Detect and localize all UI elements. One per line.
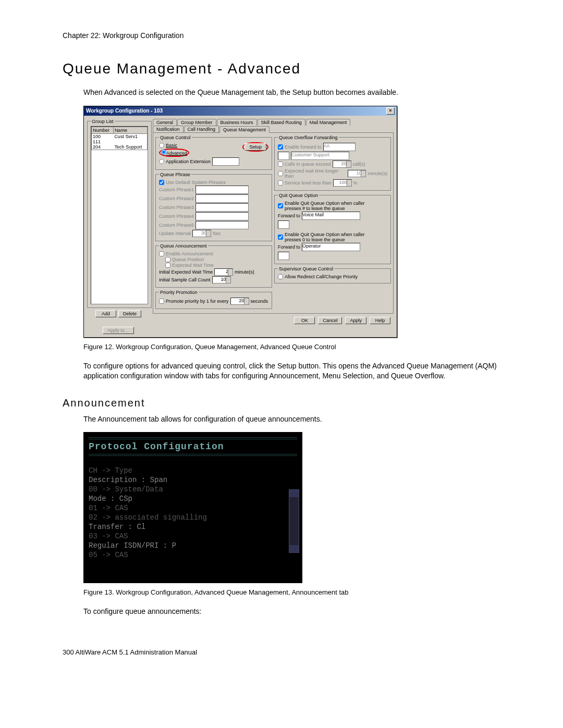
workgroup-config-dialog: Workgroup Configuration - 103 × Group Li… (83, 106, 397, 338)
quit-queue-legend: Quit Queue Option (278, 193, 319, 198)
queue-announcement-fieldset: Queue Announcement Enable Announcement Q… (155, 243, 272, 288)
fwd1-num-combo[interactable] (278, 220, 289, 229)
fig2-scrollbar (289, 489, 299, 553)
supervisor-allow-check[interactable] (278, 274, 283, 279)
ovf-wait-spin[interactable]: 10 (348, 170, 366, 177)
cancel-button[interactable]: Cancel (318, 317, 342, 324)
radio-basic[interactable] (159, 143, 164, 148)
fig2-line: CH -> Type (89, 466, 297, 475)
queue-phrase-legend: Queue Phrase (159, 172, 191, 177)
group-list[interactable]: Number Name 100Cust Serv1 111 204Tech Su… (91, 126, 148, 304)
fig2-line: 03 -> CAS (89, 532, 297, 540)
tab-group-member[interactable]: Group Member (177, 119, 216, 126)
intro-paragraph: When Advanced is selected on the Queue M… (83, 88, 500, 98)
overflow-fieldset: Queue Overflow Forwarding Enable forward… (274, 135, 391, 191)
fwd1-label: Forward to (278, 213, 300, 218)
phrase1-label: Custom Phrase1 (159, 187, 194, 192)
overflow-num-combo[interactable] (278, 152, 289, 160)
table-row[interactable]: 100Cust Serv1 (92, 133, 148, 139)
init-wait-label: Initial Expected Wait Time (159, 269, 213, 275)
enable-announcement-check[interactable] (159, 251, 164, 256)
page-title: Queue Management - Advanced (63, 60, 500, 77)
figure-13-caption: Figure 13. Workgroup Configuration, Adva… (83, 588, 500, 596)
announcement-heading: Announcement (63, 397, 500, 409)
overflow-target1-combo[interactable]: AA (323, 143, 356, 151)
paragraph-2: To configure options for advanced queuin… (83, 361, 500, 381)
fig2-line: Description : Span (89, 476, 297, 484)
ovf-wait-check[interactable] (278, 171, 283, 176)
quit-queue-fieldset: Quit Queue Option Enable Quit Queue Opti… (274, 193, 391, 264)
phrase4-combo[interactable] (195, 212, 249, 220)
chapter-header: Chapter 22: Workgroup Configuration (63, 31, 500, 40)
quit-cb2-check[interactable] (278, 235, 283, 240)
overflow-enable-check[interactable] (278, 144, 283, 150)
tabs-row-2: Notification Call Handling Queue Managem… (153, 126, 394, 132)
tab-notification[interactable]: Notification (153, 126, 183, 132)
radio-app-ext[interactable] (159, 159, 164, 164)
supervisor-fieldset: Supervisor Queue Control Allow Redirect … (274, 266, 391, 283)
fwd1-combo[interactable]: Voice Mail (302, 212, 360, 220)
delete-button[interactable]: Delete (118, 310, 141, 317)
phrase1-combo[interactable] (195, 186, 249, 194)
fwd2-label: Forward to (278, 244, 300, 250)
fwd2-num-combo[interactable] (278, 252, 289, 260)
tab-general[interactable]: General (153, 119, 177, 126)
supervisor-legend: Supervisor Queue Control (278, 266, 334, 272)
queue-position-check[interactable] (165, 257, 170, 262)
priority-promotion-legend: Priority Promotion (159, 290, 199, 295)
paragraph-3: The Announcement tab allows for configur… (83, 414, 500, 425)
phrase5-combo[interactable] (195, 221, 249, 229)
init-sample-spin[interactable]: 10 (212, 276, 231, 283)
fig2-line: Transfer : Cl (89, 523, 297, 531)
queue-announcement-legend: Queue Announcement (159, 243, 208, 249)
ovf-calls-spin[interactable]: 20 (333, 161, 351, 168)
ok-button[interactable]: OK (294, 317, 315, 324)
setup-highlight-circle: Setup (242, 142, 268, 152)
phrase2-combo[interactable] (195, 194, 249, 203)
apply-to-button[interactable]: Apply to… (103, 327, 134, 334)
group-list-fieldset: Group List Number Name 100Cust Serv1 111… (87, 119, 152, 308)
update-interval-spin[interactable]: 30 (192, 230, 211, 237)
phrase3-combo[interactable] (195, 203, 249, 212)
ovf-svc-check[interactable] (278, 180, 283, 186)
tab-call-handling[interactable]: Call Handling (184, 126, 219, 132)
tab-skill-routing[interactable]: Skill Based Routing (258, 119, 305, 126)
promote-spin[interactable]: 20 (230, 298, 249, 305)
figure-13-image: Protocol Configuration CH -> Type Descri… (83, 432, 302, 583)
overflow-target2-combo[interactable]: Customer Support (291, 152, 349, 160)
expected-wait-check[interactable] (165, 263, 170, 268)
phrase2-label: Custom Phrase2 (159, 196, 194, 201)
tab-business-hours[interactable]: Business Hours (217, 119, 257, 126)
fwd2-combo[interactable]: Operator (302, 243, 360, 251)
radio-advanced[interactable] (161, 150, 166, 155)
advanced-highlight-circle: Advanced (159, 149, 189, 157)
figure-12-caption: Figure 12. Workgroup Configuration, Queu… (83, 343, 500, 351)
setup-button[interactable]: Setup (244, 143, 266, 151)
init-wait-spin[interactable]: 2 (214, 268, 233, 276)
promote-check[interactable] (159, 299, 164, 304)
close-icon[interactable]: × (386, 107, 395, 115)
table-row[interactable]: 204Tech Support (92, 144, 148, 150)
queue-control-fieldset: Queue Control Basic Advanced (155, 135, 272, 170)
dialog-titlebar: Workgroup Configuration - 103 × (84, 106, 397, 116)
help-button[interactable]: Help (370, 317, 390, 324)
overflow-legend: Queue Overflow Forwarding (278, 135, 339, 140)
tab-mail-mgmt[interactable]: Mail Management (306, 119, 351, 126)
use-default-phrases-check[interactable] (159, 180, 164, 185)
update-interval-label: Update Interval (159, 231, 191, 236)
table-row[interactable]: 111 (92, 139, 148, 144)
phrase4-label: Custom Phrase4 (159, 214, 194, 219)
appext-combo[interactable] (212, 157, 239, 166)
tab-queue-mgmt[interactable]: Queue Management (219, 126, 270, 133)
fig2-line: 01 -> CAS (89, 504, 297, 512)
priority-promotion-fieldset: Priority Promotion Promote priority by 1… (155, 290, 272, 309)
col-name: Name (113, 127, 147, 133)
quit-enable-check[interactable] (278, 203, 283, 208)
page-footer: 300 AltiWare ACM 5.1 Administration Manu… (63, 648, 500, 656)
apply-button[interactable]: Apply (345, 317, 366, 324)
init-sample-label: Initial Sample Call Count (159, 277, 211, 282)
ovf-calls-check[interactable] (278, 162, 283, 167)
paragraph-4: To configure queue announcements: (83, 607, 500, 617)
add-button[interactable]: Add (95, 310, 116, 317)
ovf-svc-spin[interactable]: 100 (333, 179, 352, 187)
